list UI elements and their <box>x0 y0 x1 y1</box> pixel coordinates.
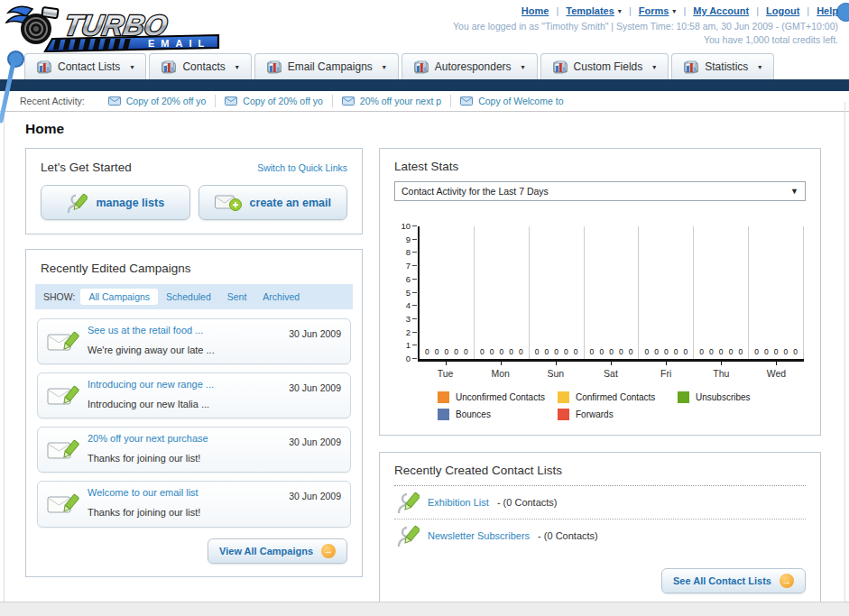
top-link-item: Forms ▾ <box>622 5 677 16</box>
value-label: 0 <box>445 347 449 356</box>
top-link[interactable]: Help <box>817 5 838 16</box>
top-links: Home Templates ▾ Forms ▾ My Accoun <box>453 5 838 16</box>
envelope-plus-icon <box>215 194 242 212</box>
page-title: Home <box>25 121 849 137</box>
value-label: 0 <box>499 347 503 356</box>
value-label: 0 <box>564 347 568 356</box>
value-labels-row: 00000 <box>639 347 693 356</box>
x-tick-label: Tue <box>418 362 473 379</box>
campaign-title-link[interactable]: 20% off your next purchase <box>88 432 281 446</box>
value-label: 0 <box>435 347 439 356</box>
recent-activity-label: Recent Activity: <box>20 96 85 106</box>
contact-list-link[interactable]: Newsletter Subscribers <box>428 530 530 541</box>
top-link-item: Help <box>799 5 838 16</box>
manage-lists-label: manage lists <box>96 197 164 209</box>
login-status: You are logged in as "Timothy Smith" | S… <box>453 20 838 33</box>
top-link[interactable]: Forms <box>639 5 669 16</box>
chevron-down-icon: ▾ <box>130 63 134 71</box>
campaign-filter-tab[interactable]: Scheduled <box>158 289 219 305</box>
legend-item: Forwards <box>558 409 678 420</box>
legend-label: Forwards <box>576 409 614 419</box>
campaign-list-item[interactable]: Welcome to our email list Thanks for joi… <box>37 481 351 527</box>
envelope-icon <box>460 97 473 106</box>
recent-activity-item[interactable]: Copy of 20% off yo <box>99 95 216 107</box>
x-tick-label: Mon <box>473 362 528 379</box>
campaign-list-item[interactable]: See us at the retail food ... We're givi… <box>37 318 351 364</box>
envelope-pencil-icon <box>47 437 79 463</box>
contact-list-link[interactable]: Exhibition List <box>428 497 489 508</box>
legend-label: Bounces <box>456 409 491 419</box>
nav-tab-label: Contacts <box>182 60 225 73</box>
view-all-campaigns-button[interactable]: View All Campaigns → <box>208 538 347 564</box>
value-labels-row: 00000 <box>585 347 639 356</box>
stats-period-dropdown[interactable]: Contact Activity for the Last 7 Days ▼ <box>394 181 806 201</box>
top-link[interactable]: My Account <box>693 5 749 16</box>
campaign-list-item[interactable]: 20% off your next purchase Thanks for jo… <box>37 427 351 473</box>
switch-quick-links-link[interactable]: Switch to Quick Links <box>257 162 347 173</box>
nav-divider-bar <box>0 79 849 91</box>
recent-activity-item[interactable]: Copy of Welcome to <box>450 95 572 107</box>
y-tick-label: 8 <box>406 247 411 257</box>
app-screen: TURBO EMAIL Home <box>0 0 849 616</box>
create-email-button[interactable]: create an email <box>198 185 348 220</box>
recent-activity-text: 20% off your next p <box>360 96 441 106</box>
x-tick-label: Thu <box>694 362 749 379</box>
nav-tab[interactable]: Statistics ▾ <box>671 53 774 79</box>
value-label: 0 <box>709 347 714 356</box>
top-link[interactable]: Home <box>521 5 549 16</box>
chart-day-group: 00000 <box>585 226 640 359</box>
contacts-icon <box>161 60 176 74</box>
nav-tab[interactable]: Contact Lists ▾ <box>24 53 146 79</box>
nav-tab-label: Autoresponders <box>435 60 512 73</box>
value-labels-row: 00000 <box>694 347 748 356</box>
nav-tab-label: Contact Lists <box>58 60 120 73</box>
person-pencil-icon <box>396 524 420 547</box>
campaign-filter-tabs: All Campaigns Scheduled Sent Archived <box>80 289 308 305</box>
x-tick-label: Fri <box>639 362 694 379</box>
recent-activity-item[interactable]: 20% off your next p <box>332 95 450 107</box>
campaign-title-link[interactable]: See us at the retail food ... <box>88 324 281 338</box>
value-label: 0 <box>754 347 759 356</box>
top-link[interactable]: Templates <box>566 5 614 16</box>
campaign-date: 30 Jun 2009 <box>289 328 341 339</box>
value-label: 0 <box>454 347 458 356</box>
campaign-title-link[interactable]: Introducing our new range ... <box>88 378 281 392</box>
campaign-filter-bar: SHOW: All Campaigns Scheduled Sent Archi… <box>35 284 353 309</box>
campaigns-panel: Recently Edited Campaigns SHOW: All Camp… <box>25 249 363 577</box>
campaign-title-link[interactable]: Welcome to our email list <box>88 486 281 501</box>
decor-corner-circle <box>836 3 849 22</box>
value-label: 0 <box>554 347 558 356</box>
legend-swatch <box>678 391 689 403</box>
legend-item: Bounces <box>438 409 558 420</box>
value-label: 0 <box>664 347 669 356</box>
recent-activity-item[interactable]: Copy of 20% off yo <box>215 95 332 107</box>
legend-swatch <box>438 391 449 403</box>
campaign-list-item[interactable]: Introducing our new range ... Introducin… <box>37 372 351 418</box>
create-email-label: create an email <box>250 197 331 209</box>
value-label: 0 <box>599 347 604 356</box>
nav-tab[interactable]: Autoresponders ▾ <box>401 53 538 79</box>
nav-tab[interactable]: Email Campaigns ▾ <box>254 53 399 79</box>
manage-lists-button[interactable]: manage lists <box>41 185 190 220</box>
top-link-item: Logout <box>749 5 799 16</box>
stats-period-value: Contact Activity for the Last 7 Days <box>401 186 549 197</box>
x-tick-label: Sat <box>583 362 638 379</box>
value-label: 0 <box>684 347 688 356</box>
see-all-contact-lists-button[interactable]: See All Contact Lists → <box>661 568 806 593</box>
campaign-filter-tab[interactable]: Sent <box>219 289 255 305</box>
x-tick-label: Wed <box>749 362 804 379</box>
chevron-down-icon: ▾ <box>652 63 656 71</box>
campaign-filter-tab[interactable]: Archived <box>254 289 308 305</box>
envelope-pencil-icon <box>47 383 79 409</box>
nav-tab[interactable]: Custom Fields ▾ <box>540 53 669 79</box>
top-link[interactable]: Logout <box>766 5 799 16</box>
nav-tab[interactable]: Contacts ▾ <box>149 53 251 79</box>
campaign-filter-tab[interactable]: All Campaigns <box>80 289 158 305</box>
arrow-right-icon: → <box>321 544 336 558</box>
chart-y-axis: 012345678910 <box>394 226 418 359</box>
person-pencil-icon <box>66 192 88 214</box>
value-label: 0 <box>783 347 788 356</box>
chart-legend: Unconfirmed Contacts Confirmed Contacts … <box>438 391 807 420</box>
chevron-down-icon: ▾ <box>758 63 761 71</box>
show-label: SHOW: <box>43 291 75 302</box>
